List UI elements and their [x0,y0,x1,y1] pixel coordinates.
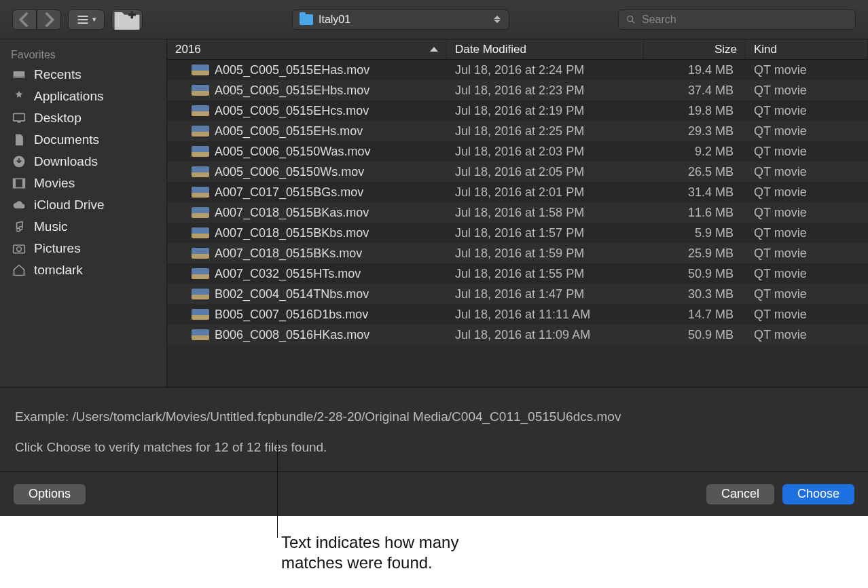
sidebar-item-label: Recents [34,67,82,82]
file-row[interactable]: A005_C006_05150Ws.movJul 18, 2016 at 2:0… [167,162,868,182]
sidebar-item-applications[interactable]: Applications [0,86,166,107]
file-kind: QT movie [746,206,868,220]
file-thumbnail-icon [192,268,209,279]
file-size: 26.5 MB [644,165,746,179]
file-kind: QT movie [746,287,868,301]
location-dropdown[interactable]: Italy01 [292,10,509,30]
home-icon [11,263,27,277]
sidebar-item-label: Pictures [34,241,81,256]
forward-button[interactable] [37,10,61,30]
file-size: 9.2 MB [644,145,746,159]
file-size: 25.9 MB [644,246,746,261]
back-button[interactable] [12,10,37,30]
file-size: 31.4 MB [644,185,746,200]
desktop-icon [11,111,27,125]
movies-icon [11,177,27,190]
nav-buttons [12,10,61,30]
file-date: Jul 18, 2016 at 11:09 AM [447,328,644,342]
column-header-date[interactable]: Date Modified [447,39,644,59]
column-header-size[interactable]: Size [644,39,746,59]
sidebar-item-desktop[interactable]: Desktop [0,107,166,129]
file-row[interactable]: A005_C005_0515EHcs.movJul 18, 2016 at 2:… [167,100,868,121]
file-kind: QT movie [746,124,868,139]
chevron-right-icon [37,8,60,31]
file-row[interactable]: A007_C018_0515BKbs.movJul 18, 2016 at 1:… [167,223,868,243]
sidebar-item-pictures[interactable]: Pictures [0,238,166,259]
file-name: A005_C005_0515EHcs.mov [215,104,369,118]
file-size: 29.3 MB [644,124,746,139]
file-date: Jul 18, 2016 at 2:05 PM [447,165,644,179]
file-thumbnail-icon [192,289,209,299]
file-list-area: 2016 Date Modified Size Kind A005_C005_0… [167,39,868,387]
callout-text: Text indicates how many matches were fou… [281,532,458,573]
footer: Options Cancel Choose [0,471,868,516]
sidebar: Favorites Recents Applications Desktop D… [0,39,167,387]
file-row[interactable]: A007_C018_0515BKas.movJul 18, 2016 at 1:… [167,202,868,223]
file-row[interactable]: A005_C005_0515EHs.movJul 18, 2016 at 2:2… [167,121,868,141]
svg-point-0 [628,16,633,21]
file-kind: QT movie [746,84,868,98]
sidebar-item-label: Downloads [34,154,98,169]
sidebar-item-label: Desktop [34,111,82,126]
music-icon [11,220,27,234]
options-button[interactable]: Options [14,484,86,504]
file-kind: QT movie [746,308,868,322]
sidebar-item-downloads[interactable]: Downloads [0,151,166,172]
file-size: 14.7 MB [644,308,746,322]
choose-button[interactable]: Choose [782,484,854,504]
file-row[interactable]: B005_C007_0516D1bs.movJul 18, 2016 at 11… [167,304,868,325]
file-row[interactable]: A005_C005_0515EHas.movJul 18, 2016 at 2:… [167,60,868,80]
sidebar-item-label: Documents [34,132,99,147]
file-kind: QT movie [746,267,868,281]
column-header-name[interactable]: 2016 [167,39,447,59]
file-kind: QT movie [746,246,868,261]
folder-icon [300,14,313,25]
file-kind: QT movie [746,226,868,240]
file-date: Jul 18, 2016 at 1:59 PM [447,246,644,261]
search-icon [626,14,636,25]
file-row[interactable]: A007_C018_0515BKs.movJul 18, 2016 at 1:5… [167,243,868,263]
file-row[interactable]: A005_C006_05150Was.movJul 18, 2016 at 2:… [167,141,868,162]
sidebar-item-recents[interactable]: Recents [0,64,166,86]
file-name: A005_C006_05150Was.mov [215,145,370,159]
file-row[interactable]: B002_C004_0514TNbs.movJul 18, 2016 at 1:… [167,284,868,304]
file-name: A007_C018_0515BKbs.mov [215,226,369,240]
cancel-button[interactable]: Cancel [706,484,774,504]
chevron-left-icon [13,8,36,31]
file-chooser-window: ▾ Italy01 Search Favorites Recents Appli… [0,0,868,516]
view-mode-button[interactable]: ▾ [68,10,105,30]
file-kind: QT movie [746,328,868,342]
file-size: 11.6 MB [644,206,746,220]
svg-rect-7 [14,179,16,187]
svg-rect-4 [18,122,21,123]
file-date: Jul 18, 2016 at 2:25 PM [447,124,644,139]
file-size: 5.9 MB [644,226,746,240]
sidebar-item-documents[interactable]: Documents [0,129,166,151]
file-row[interactable]: A007_C017_0515BGs.movJul 18, 2016 at 2:0… [167,182,868,202]
file-thumbnail-icon [192,227,209,238]
column-header-kind[interactable]: Kind [746,39,868,59]
file-thumbnail-icon [192,126,209,136]
file-row[interactable]: A005_C005_0515EHbs.movJul 18, 2016 at 2:… [167,80,868,100]
file-thumbnail-icon [192,207,209,218]
recents-icon [11,68,27,81]
file-thumbnail-icon [192,166,209,177]
toolbar: ▾ Italy01 Search [0,0,868,39]
file-date: Jul 18, 2016 at 2:24 PM [447,63,644,77]
sidebar-item-home[interactable]: tomclark [0,259,166,281]
svg-rect-8 [22,179,24,187]
sidebar-item-icloud[interactable]: iCloud Drive [0,194,166,216]
sidebar-item-music[interactable]: Music [0,216,166,238]
file-row[interactable]: B006_C008_0516HKas.movJul 18, 2016 at 11… [167,325,868,345]
file-date: Jul 18, 2016 at 1:55 PM [447,267,644,281]
sidebar-item-movies[interactable]: Movies [0,172,166,194]
file-thumbnail-icon [192,309,209,320]
file-name: A005_C005_0515EHas.mov [215,63,369,77]
file-thumbnail-icon [192,65,209,75]
sidebar-item-label: Movies [34,176,75,191]
search-input[interactable]: Search [618,10,856,30]
new-folder-button[interactable] [111,10,143,30]
file-row[interactable]: A007_C032_0515HTs.movJul 18, 2016 at 1:5… [167,263,868,284]
file-size: 37.4 MB [644,84,746,98]
file-name: A007_C032_0515HTs.mov [215,267,361,281]
